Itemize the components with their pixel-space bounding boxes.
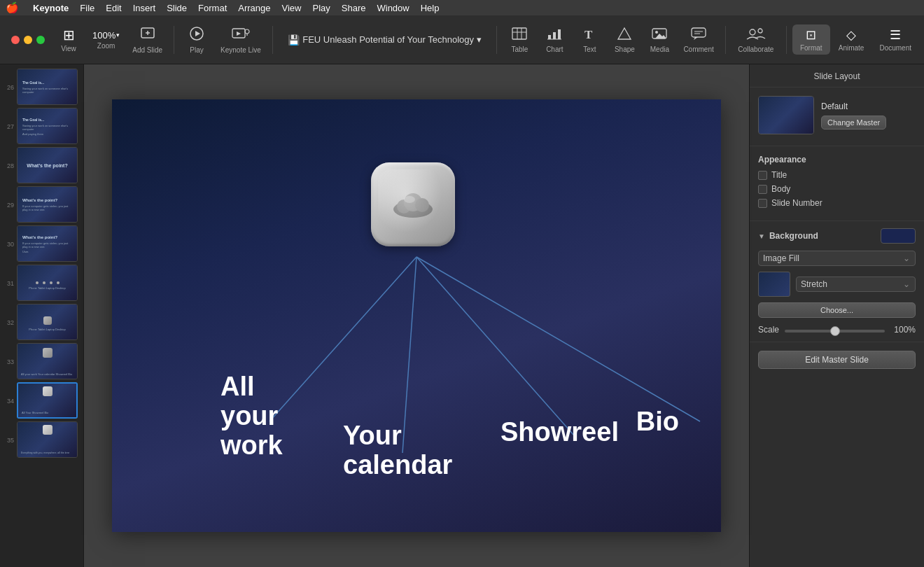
slide-thumbnail-32[interactable]: Phone Tablet Laptop Desktop [17, 304, 78, 340]
fullscreen-button[interactable] [36, 36, 45, 44]
menubar-share[interactable]: Share [342, 3, 366, 13]
document-icon: ☰ [890, 27, 901, 43]
svg-point-7 [245, 29, 249, 34]
change-master-button[interactable]: Change Master [821, 115, 886, 130]
text-button[interactable]: T Text [573, 24, 606, 56]
slide-thumbnail-29[interactable]: What's the point? If your computer gets … [17, 186, 78, 223]
background-color-swatch[interactable] [881, 228, 916, 244]
scale-value: 100% [890, 325, 916, 335]
image-fill-select[interactable]: Image Fill [758, 251, 916, 266]
view-button[interactable]: ⊞ View [52, 24, 85, 55]
menubar-play[interactable]: Play [312, 3, 330, 13]
toolbar: ⊞ View 100%▾ Zoom Add Slide Play [0, 15, 924, 64]
menubar-format[interactable]: Format [198, 3, 227, 13]
svg-rect-15 [558, 29, 561, 39]
toolbar-separator-4 [725, 26, 726, 54]
animate-tab-label: Animate [839, 44, 864, 52]
keynote-live-button[interactable]: Keynote Live [215, 23, 267, 57]
body-checkbox[interactable] [758, 185, 767, 194]
edit-master-slide-button[interactable]: Edit Master Slide [758, 351, 916, 369]
toolbar-separator-5 [786, 26, 787, 54]
toolbar-separator-2 [272, 26, 273, 54]
keynote-live-label: Keynote Live [220, 46, 261, 54]
tab-animate[interactable]: ◇ Animate [832, 24, 872, 55]
slide-thumbnail-33[interactable]: All your work Your calendar Showreel Bio [17, 343, 78, 379]
title-checkbox-label: Title [771, 170, 787, 180]
menubar-help[interactable]: Help [421, 3, 440, 13]
slide-thumbnail-34[interactable]: All Your Showreel Bio [17, 382, 78, 419]
slide-thumbnail-30[interactable]: What's the point? If your computer gets … [17, 225, 78, 262]
slide-thumbnail-31[interactable]: Phone Tablet Laptop Desktop [17, 265, 78, 301]
cloud-svg [388, 187, 438, 222]
body-checkbox-label: Body [771, 184, 790, 194]
comment-icon [691, 27, 706, 44]
add-slide-button[interactable]: Add Slide [127, 23, 168, 57]
svg-marker-6 [237, 31, 241, 36]
chart-button[interactable]: Chart [538, 24, 571, 56]
master-name: Default [821, 102, 916, 111]
slide-panel[interactable]: 26 The Goal is... Saving your work on so… [0, 64, 84, 567]
menubar-edit[interactable]: Edit [106, 3, 121, 13]
collapse-arrow-icon: ▼ [758, 232, 765, 240]
minimize-button[interactable] [24, 36, 32, 44]
play-button[interactable]: Play [180, 23, 214, 57]
slide-thumbnail-35[interactable]: Everything with you, everywhere, all the… [17, 421, 78, 458]
svg-point-35 [415, 198, 429, 212]
list-item: 27 The Goal is... Saving your work on so… [0, 106, 83, 146]
choose-button[interactable]: Choose... [758, 302, 916, 318]
presentation-title[interactable]: 💾 FEU Unleash Potential of Your Technolo… [288, 34, 482, 46]
apple-menu-icon[interactable]: 🍎 [6, 1, 19, 14]
slide-number-checkbox-row: Slide Number [758, 198, 916, 208]
collaborate-icon [746, 27, 766, 44]
svg-point-26 [750, 29, 755, 35]
zoom-label: Zoom [97, 42, 115, 50]
collaborate-label: Collaborate [738, 46, 774, 53]
slide-thumbnail-28[interactable]: What's the point? [17, 147, 78, 183]
master-info: Default Change Master [821, 102, 916, 130]
comment-label: Comment [683, 46, 713, 53]
background-collapse[interactable]: ▼ Background [750, 224, 924, 248]
menubar-file[interactable]: File [80, 3, 94, 13]
menubar-window[interactable]: Window [377, 3, 409, 13]
slide-number-31: 31 [3, 265, 14, 287]
menubar-app-name[interactable]: Keynote [33, 3, 69, 13]
tab-format[interactable]: ⊡ Format [792, 24, 830, 55]
scale-slider[interactable] [785, 330, 885, 332]
shape-button[interactable]: Shape [608, 24, 641, 56]
zoom-button[interactable]: 100%▾ Zoom [87, 27, 125, 52]
svg-point-36 [404, 196, 415, 203]
slide-canvas[interactable]: Allyourwork Yourcalendar Showreel Bio [112, 99, 721, 532]
close-button[interactable] [11, 36, 20, 44]
master-preview-area: Default Change Master [750, 88, 924, 143]
menubar-slide[interactable]: Slide [167, 3, 187, 13]
slide-thumbnail-27[interactable]: The Goal is... Saving your work on someo… [17, 108, 78, 144]
menubar-insert[interactable]: Insert [133, 3, 156, 13]
slide-number-checkbox-label: Slide Number [771, 198, 822, 208]
tab-document[interactable]: ☰ Document [872, 24, 918, 55]
add-slide-label: Add Slide [132, 46, 162, 54]
svg-marker-21 [655, 34, 666, 38]
shape-label: Shape [615, 46, 635, 53]
menubar-arrange[interactable]: Arrange [238, 3, 270, 13]
svg-point-33 [397, 200, 411, 214]
slide-number-34: 34 [3, 382, 14, 405]
list-item: 31 Phone Tablet Laptop Desktop [0, 263, 83, 302]
slide-thumbnail-26[interactable]: The Goal is... Saving your work on someo… [17, 69, 78, 105]
cloud-icon [371, 162, 462, 253]
media-button[interactable]: Media [643, 24, 676, 56]
comment-button[interactable]: Comment [678, 24, 719, 56]
image-stretch-row: Stretch [750, 269, 924, 300]
svg-point-20 [655, 31, 658, 34]
chart-label: Chart [546, 46, 563, 53]
menubar-view[interactable]: View [282, 3, 302, 13]
table-button[interactable]: Table [503, 24, 536, 56]
collaborate-button[interactable]: Collaborate [732, 24, 780, 56]
format-tab-label: Format [800, 44, 822, 52]
stretch-select[interactable]: Stretch [796, 276, 916, 292]
view-icon: ⊞ [63, 27, 75, 43]
slide-number-35: 35 [3, 421, 14, 444]
title-checkbox[interactable] [758, 171, 767, 180]
slide-number-checkbox[interactable] [758, 199, 767, 208]
slide-layout-title: Slide Layout [750, 64, 924, 88]
canvas-area: Allyourwork Yourcalendar Showreel Bio [84, 64, 749, 567]
